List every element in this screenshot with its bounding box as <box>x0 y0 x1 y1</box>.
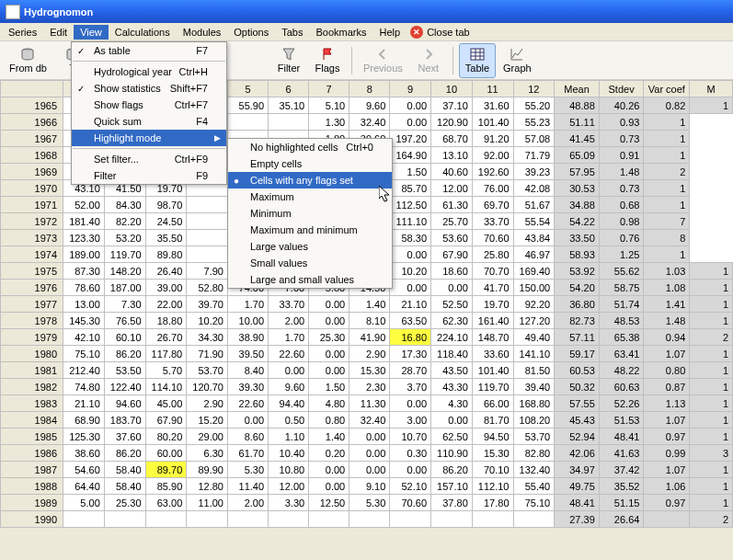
data-cell[interactable]: 66.00 <box>472 395 513 412</box>
data-cell[interactable]: 34.88 <box>555 197 600 213</box>
data-cell[interactable]: 11.00 <box>187 495 228 511</box>
data-cell[interactable]: 25.30 <box>309 329 349 346</box>
data-cell[interactable]: 112.50 <box>390 197 431 213</box>
table-button[interactable]: Table <box>459 43 496 78</box>
data-cell[interactable]: 0.00 <box>227 412 268 429</box>
data-cell[interactable]: 41.90 <box>349 329 390 346</box>
data-cell[interactable]: 61.70 <box>227 445 268 462</box>
data-cell[interactable]: 58.75 <box>599 280 644 296</box>
data-cell[interactable]: 15.20 <box>187 412 228 429</box>
data-cell[interactable]: 51.15 <box>599 495 644 511</box>
data-cell[interactable]: 63.41 <box>599 346 644 362</box>
data-cell[interactable]: 1.06 <box>644 478 690 495</box>
data-cell[interactable]: 161.40 <box>472 313 513 329</box>
data-cell[interactable]: 94.60 <box>104 395 145 412</box>
data-cell[interactable]: 1 <box>690 429 733 445</box>
menu-tabs[interactable]: Tabs <box>275 25 309 40</box>
data-cell[interactable]: 1.40 <box>309 429 349 445</box>
data-cell[interactable]: 0.00 <box>309 362 349 379</box>
data-cell[interactable]: 52.26 <box>599 395 644 412</box>
data-cell[interactable]: 25.30 <box>104 495 145 511</box>
row-header[interactable]: 1970 <box>1 180 63 197</box>
data-cell[interactable]: 168.80 <box>513 395 555 412</box>
data-cell[interactable]: 80.20 <box>145 429 187 445</box>
data-cell[interactable]: 6.30 <box>187 445 228 462</box>
data-cell[interactable]: 1 <box>644 197 690 213</box>
flags-button[interactable]: Flags <box>309 43 346 78</box>
data-cell[interactable]: 1 <box>690 379 733 395</box>
data-cell[interactable]: 60.53 <box>555 362 600 379</box>
row-header[interactable]: 1975 <box>1 263 63 280</box>
data-cell[interactable]: 33.70 <box>472 213 513 230</box>
data-cell[interactable]: 16.80 <box>390 329 431 346</box>
data-cell[interactable]: 114.10 <box>145 379 187 395</box>
data-cell[interactable]: 1.50 <box>390 164 431 180</box>
data-cell[interactable] <box>104 511 145 528</box>
data-cell[interactable]: 145.30 <box>63 313 105 329</box>
column-header[interactable]: 6 <box>269 81 309 97</box>
data-cell[interactable]: 21.10 <box>390 296 431 313</box>
data-cell[interactable]: 38.90 <box>227 329 268 346</box>
data-cell[interactable]: 45.43 <box>555 412 600 429</box>
data-cell[interactable]: 53.70 <box>187 362 228 379</box>
row-header[interactable]: 1972 <box>1 213 63 230</box>
data-cell[interactable]: 33.60 <box>472 346 513 362</box>
data-cell[interactable]: 12.00 <box>269 478 309 495</box>
data-cell[interactable] <box>187 511 228 528</box>
data-cell[interactable] <box>431 511 473 528</box>
row-header[interactable]: 1988 <box>1 478 63 495</box>
data-cell[interactable]: 89.70 <box>145 462 187 478</box>
data-cell[interactable]: 54.22 <box>555 213 600 230</box>
data-cell[interactable]: 57.55 <box>555 395 600 412</box>
data-cell[interactable]: 120.70 <box>187 379 228 395</box>
column-header[interactable]: 12 <box>513 81 555 97</box>
data-cell[interactable]: 17.30 <box>390 346 431 362</box>
data-cell[interactable]: 36.80 <box>555 296 600 313</box>
data-cell[interactable]: 8.60 <box>227 429 268 445</box>
row-header[interactable]: 1977 <box>1 296 63 313</box>
data-cell[interactable]: 117.80 <box>145 346 187 362</box>
data-cell[interactable]: 10.80 <box>269 462 309 478</box>
menu-quick-sum[interactable]: Quick sumF4 <box>72 113 226 130</box>
data-cell[interactable]: 70.10 <box>472 462 513 478</box>
data-cell[interactable]: 101.40 <box>472 362 513 379</box>
data-cell[interactable]: 81.70 <box>472 412 513 429</box>
data-cell[interactable]: 58.30 <box>390 230 431 246</box>
data-cell[interactable]: 9.60 <box>269 379 309 395</box>
data-cell[interactable] <box>309 511 349 528</box>
row-header[interactable]: 1980 <box>1 346 63 362</box>
data-cell[interactable]: 3.30 <box>269 495 309 511</box>
menu-options[interactable]: Options <box>227 25 275 40</box>
data-cell[interactable]: 1.30 <box>309 114 349 131</box>
data-cell[interactable]: 39.30 <box>227 379 268 395</box>
column-header[interactable] <box>1 81 63 97</box>
data-cell[interactable]: 0.00 <box>390 462 431 478</box>
data-cell[interactable]: 1 <box>690 462 733 478</box>
data-cell[interactable]: 74.80 <box>63 379 105 395</box>
data-cell[interactable]: 33.70 <box>269 296 309 313</box>
data-cell[interactable]: 75.10 <box>63 346 105 362</box>
data-cell[interactable]: 52.00 <box>63 197 105 213</box>
data-cell[interactable]: 65.09 <box>555 147 600 164</box>
data-cell[interactable]: 7.30 <box>104 296 145 313</box>
data-cell[interactable]: 15.30 <box>472 445 513 462</box>
data-cell[interactable]: 55.20 <box>513 97 555 114</box>
data-cell[interactable]: 57.08 <box>513 131 555 147</box>
from-db-button[interactable]: From db <box>4 43 52 78</box>
data-cell[interactable]: 65.38 <box>599 329 644 346</box>
data-cell[interactable]: 46.97 <box>513 246 555 263</box>
data-cell[interactable]: 51.53 <box>599 412 644 429</box>
data-cell[interactable]: 0.30 <box>390 445 431 462</box>
data-cell[interactable]: 111.10 <box>390 213 431 230</box>
data-cell[interactable]: 41.45 <box>555 131 600 147</box>
data-cell[interactable]: 9.10 <box>349 478 390 495</box>
data-cell[interactable]: 17.80 <box>472 495 513 511</box>
data-cell[interactable]: 123.30 <box>63 230 105 246</box>
close-icon[interactable]: ✕ <box>410 26 423 39</box>
data-cell[interactable]: 78.60 <box>63 280 105 296</box>
data-cell[interactable]: 1.41 <box>644 296 690 313</box>
data-cell[interactable]: 48.88 <box>555 97 600 114</box>
data-cell[interactable]: 1.07 <box>644 412 690 429</box>
data-cell[interactable]: 55.40 <box>513 478 555 495</box>
data-cell[interactable]: 43.50 <box>431 362 473 379</box>
